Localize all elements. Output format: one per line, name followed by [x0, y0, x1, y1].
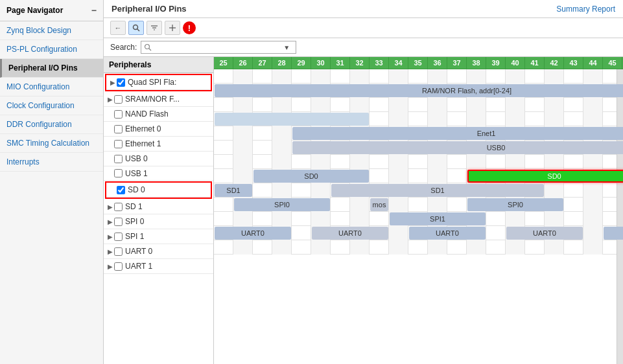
back-button[interactable]: ←	[110, 21, 126, 35]
span-uart0-5: UART0	[312, 227, 388, 240]
peripheral-item-usb0[interactable]: ▶ USB 0	[104, 152, 213, 166]
grid-cell-uart1-2	[253, 240, 272, 255]
top-bar: Peripheral I/O Pins Summary Report	[104, 0, 623, 18]
search-input[interactable]	[154, 43, 283, 52]
checkbox-usb1[interactable]	[114, 169, 123, 177]
sidebar-collapse-button[interactable]: −	[91, 5, 97, 16]
grid-cell-ethernet0-11	[428, 112, 447, 126]
peripheral-item-sram-nor[interactable]: ▶ SRAM/NOR F...	[104, 92, 213, 107]
grid-cell-usb1-19	[583, 155, 603, 169]
peripheral-item-uart1[interactable]: ▶ UART 1	[104, 259, 213, 274]
sidebar-item-interrupts[interactable]: Interrupts	[0, 153, 103, 172]
grid-col-header-42: 42	[545, 57, 564, 69]
sidebar-item-zynq-block-design[interactable]: Zynq Block Design	[0, 21, 103, 40]
expand-icon-spi0[interactable]: ▶	[108, 218, 113, 225]
sidebar-item-ps-pl-configuration[interactable]: PS-PL Configuration	[0, 40, 103, 59]
grid-cell-spi1-0	[214, 212, 233, 226]
grid-cell-nand-flash-12	[447, 98, 467, 112]
checkbox-usb0[interactable]	[114, 155, 123, 163]
span-sd1-0: SD1	[215, 184, 252, 197]
grid-cell-spi1-3	[272, 212, 292, 226]
search-button[interactable]	[128, 21, 144, 35]
grid-cell-spi0-18	[564, 198, 583, 212]
grid-cell-nand-flash-14	[486, 98, 506, 112]
search-input-wrapper: ▼	[141, 41, 296, 54]
summary-report-link[interactable]: Summary Report	[556, 5, 615, 14]
peripheral-item-uart0[interactable]: ▶ UART 0	[104, 244, 213, 259]
grid-col-header-39: 39	[486, 57, 506, 69]
sidebar-item-peripheral-io-pins[interactable]: Peripheral I/O Pins	[0, 59, 103, 78]
expand-icon-sd1[interactable]: ▶	[108, 203, 113, 210]
checkbox-uart1[interactable]	[114, 262, 123, 271]
checkbox-ethernet0[interactable]	[114, 125, 123, 133]
peripheral-item-ethernet1[interactable]: ▶ Ethernet 1	[104, 137, 213, 152]
grid-row-uart1: UA...	[214, 240, 623, 255]
grid-cell-ethernet0-13	[467, 112, 486, 126]
checkbox-ethernet1[interactable]	[114, 140, 123, 148]
peripheral-item-sd1[interactable]: ▶ SD 1	[104, 199, 213, 214]
sd0-highlight-box: ▶ SD 0	[105, 181, 212, 199]
checkbox-uart0[interactable]	[114, 247, 123, 256]
peripheral-item-nand-flash[interactable]: ▶ NAND Flash	[104, 107, 213, 122]
sidebar-item-clock-configuration[interactable]: Clock Configuration	[0, 97, 103, 115]
grid-cell-spi0-9	[389, 198, 408, 212]
grid-col-header-30: 30	[311, 57, 331, 69]
search-dropdown-icon[interactable]: ▼	[283, 44, 290, 51]
expand-icon-uart0[interactable]: ▶	[108, 248, 113, 255]
grid-col-header-44: 44	[583, 57, 603, 69]
grid-cell-quad-spi-4	[292, 69, 311, 84]
grid-cell-nand-flash-6	[331, 98, 350, 112]
checkbox-sd1[interactable]	[114, 203, 123, 211]
expand-icon-quad-spi[interactable]: ▶	[110, 79, 115, 86]
grid-cell-usb1-7	[350, 155, 370, 169]
checkbox-nand-flash[interactable]	[114, 110, 123, 119]
peripheral-item-ethernet0[interactable]: ▶ Ethernet 0	[104, 122, 213, 137]
grid-cell-usb1-6	[331, 155, 350, 169]
grid-row-sd1: SD1SD1SD1	[214, 183, 623, 198]
grid-cell-uart1-5	[311, 240, 331, 255]
peripheral-item-spi0[interactable]: ▶ SPI 0	[104, 214, 213, 229]
grid-cell-ethernet0-17	[545, 112, 564, 126]
grid-cell-usb1-15	[506, 155, 525, 169]
sidebar-item-smc-timing[interactable]: SMC Timing Calculation	[0, 134, 103, 153]
grid-cell-nand-flash-3	[272, 98, 292, 112]
grid-cell-usb0-1	[233, 141, 253, 155]
expand-icon-uart1[interactable]: ▶	[108, 263, 113, 270]
span-uart0-10: UART0	[409, 227, 486, 240]
grid-cell-sd1-3	[272, 183, 292, 198]
grid-area[interactable]: 2526272829303132333435363738394041424344…	[214, 57, 623, 364]
expand-button[interactable]	[165, 21, 180, 35]
grid-col-header-40: 40	[506, 57, 525, 69]
grid-cell-quad-spi-8	[370, 69, 389, 84]
checkbox-sd0[interactable]	[117, 186, 125, 194]
sidebar-items: Zynq Block DesignPS-PL ConfigurationPeri…	[0, 21, 103, 172]
grid-cell-uart1-8	[370, 240, 389, 255]
error-button[interactable]: !	[183, 21, 196, 34]
svg-line-1	[137, 29, 140, 32]
grid-cell-usb1-5	[311, 155, 331, 169]
sidebar-item-mio-configuration[interactable]: MIO Configuration	[0, 78, 103, 97]
checkbox-spi0[interactable]	[114, 218, 123, 226]
grid-cell-usb0-0	[214, 141, 233, 155]
grid-cell-nand-flash-1	[233, 98, 253, 112]
grid-cell-sd0-12	[447, 169, 467, 183]
peripheral-item-sd0[interactable]: ▶ SD 0	[106, 183, 211, 198]
checkbox-sram-nor[interactable]	[114, 95, 123, 104]
peripheral-item-spi1[interactable]: ▶ SPI 1	[104, 229, 213, 244]
peripheral-item-quad-spi[interactable]: ▶ Quad SPI Fla:	[106, 75, 211, 90]
grid-cell-usb1-10	[408, 155, 428, 169]
grid-cell-spi1-18	[564, 212, 583, 226]
checkbox-spi1[interactable]	[114, 233, 123, 241]
grid-cell-uart1-18	[564, 240, 583, 255]
grid-cell-uart1-14	[486, 240, 506, 255]
expand-icon-spi1[interactable]: ▶	[108, 233, 113, 240]
checkbox-quad-spi[interactable]	[117, 78, 125, 87]
expand-icon-sram-nor[interactable]: ▶	[108, 96, 113, 103]
grid-cell-nand-flash-2	[253, 98, 272, 112]
peripheral-item-usb1[interactable]: ▶ USB 1	[104, 166, 213, 181]
filter-button[interactable]	[147, 21, 162, 35]
grid-cell-nand-flash-9	[389, 98, 408, 112]
grid-col-header-33: 33	[370, 57, 389, 69]
sidebar-item-ddr-configuration[interactable]: DDR Configuration	[0, 115, 103, 134]
grid-col-header-27: 27	[253, 57, 272, 69]
